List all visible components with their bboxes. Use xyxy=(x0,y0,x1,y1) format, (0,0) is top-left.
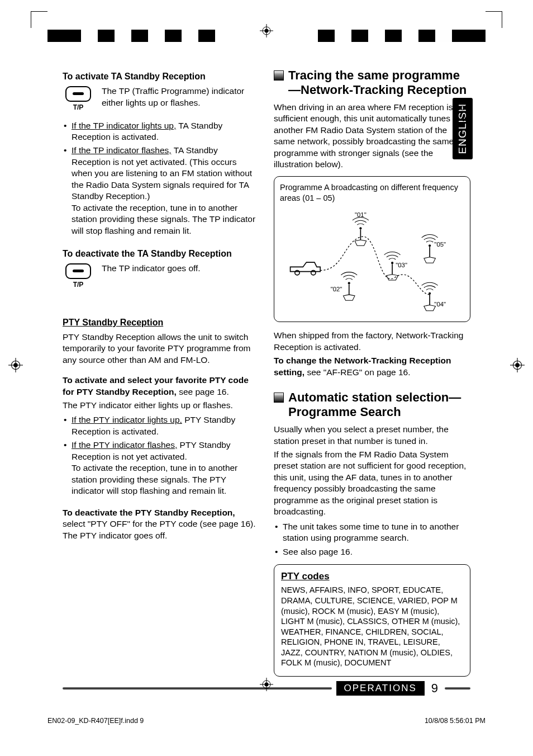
swatch xyxy=(115,30,131,42)
heading-pty-deactivate: To deactivate the PTY Standby Reception,… xyxy=(63,507,258,541)
list-item: If the PTY indicator lights up, PTY Stan… xyxy=(63,414,258,437)
svg-text:T/P: T/P xyxy=(73,281,84,289)
color-swatches-left xyxy=(47,30,215,41)
footer-timestamp: 10/8/08 5:56:01 PM xyxy=(425,717,486,725)
body-text: PTY Standby Reception allows the unit to… xyxy=(63,332,258,366)
body-text: When shipped from the factory, Network-T… xyxy=(274,330,470,353)
registration-top xyxy=(0,11,533,45)
left-column: To activate TA Standby Reception T/P The… xyxy=(63,67,258,677)
swatch xyxy=(182,30,198,42)
section-heading-tracing: Tracing the same programme—Network-Track… xyxy=(274,68,470,97)
crop-mark xyxy=(31,11,47,28)
tp-button-icon: T/P xyxy=(63,86,95,114)
swatch xyxy=(435,30,452,42)
swatch xyxy=(165,30,182,42)
body-text: If the signals from the FM Radio Data Sy… xyxy=(274,449,470,518)
svg-text:"03": "03" xyxy=(396,262,407,268)
body-text: Usually when you select a preset number,… xyxy=(274,424,470,447)
tp-goes-off: The TP indicator goes off. xyxy=(102,263,258,274)
antenna-diagram-icon: "01""02""03""04""05" xyxy=(280,207,464,313)
crop-mark xyxy=(486,11,502,28)
heading-pty-activate: To activate and select your favorite PTY… xyxy=(63,375,258,398)
swatch xyxy=(47,30,64,42)
pty-codes-callout: PTY codes NEWS, AFFAIRS, INFO, SPORT, ED… xyxy=(274,564,470,677)
body-text: The PTY indicator either lights up or fl… xyxy=(63,400,258,411)
swatch xyxy=(81,30,98,42)
heading-pty: PTY Standby Reception xyxy=(63,316,258,328)
swatch xyxy=(335,30,351,42)
registration-mark-icon xyxy=(260,678,273,691)
registration-bottom xyxy=(0,683,533,717)
swatch xyxy=(98,30,115,42)
right-column: Tracing the same programme—Network-Track… xyxy=(274,67,470,677)
svg-text:"04": "04" xyxy=(434,300,446,307)
registration-mark-icon xyxy=(8,358,23,375)
callout-title: PTY codes xyxy=(281,570,463,583)
swatch xyxy=(368,30,385,42)
list-item: The unit takes some time to tune in to a… xyxy=(274,521,470,544)
svg-text:"02": "02" xyxy=(331,286,342,292)
body-text: To change the Network-Tracking Reception… xyxy=(274,355,470,378)
list-item: See also page 16. xyxy=(274,546,470,557)
swatch xyxy=(198,30,215,42)
footer-meta: EN02-09_KD-R407[EE]f.indd 9 10/8/08 5:56… xyxy=(47,717,486,725)
svg-rect-16 xyxy=(73,270,84,272)
section-bullet-icon xyxy=(274,393,284,403)
swatch xyxy=(64,30,81,42)
page-content: To activate TA Standby Reception T/P The… xyxy=(63,67,470,677)
swatch xyxy=(318,30,335,42)
section-heading-auto: Automatic station selection—Programme Se… xyxy=(274,390,470,419)
swatch xyxy=(351,30,368,42)
list-item: If the PTY indicator flashes, PTY Standb… xyxy=(63,440,258,497)
swatch xyxy=(469,30,486,42)
svg-text:"01": "01" xyxy=(355,211,367,218)
tp-button-icon: T/P xyxy=(63,263,95,291)
registration-mark-icon xyxy=(260,24,273,37)
list-item: If the TP indicator lights up, TA Standb… xyxy=(63,120,258,143)
swatch xyxy=(402,30,418,42)
color-swatches-right xyxy=(318,30,486,41)
swatch xyxy=(385,30,402,42)
svg-text:"05": "05" xyxy=(434,241,446,248)
tp-description: The TP (Traffic Programme) indicator eit… xyxy=(102,86,258,108)
registration-mark-icon xyxy=(510,358,525,375)
diagram-caption: Programme A broadcasting on different fr… xyxy=(280,182,464,204)
heading-activate-ta: To activate TA Standby Reception xyxy=(63,70,258,82)
list-item: If the TP indicator flashes, TA Standby … xyxy=(63,145,258,237)
callout-body: NEWS, AFFAIRS, INFO, SPORT, EDUCATE, DRA… xyxy=(281,585,463,668)
swatch xyxy=(148,30,165,42)
body-text: When driving in an area where FM recepti… xyxy=(274,102,470,171)
svg-rect-13 xyxy=(73,92,84,95)
svg-text:T/P: T/P xyxy=(73,103,84,111)
swatch xyxy=(131,30,148,42)
svg-point-19 xyxy=(311,270,316,275)
swatch xyxy=(418,30,435,42)
swatch xyxy=(452,30,469,42)
heading-deactivate-ta: To deactivate the TA Standby Reception xyxy=(63,248,258,259)
section-bullet-icon xyxy=(274,70,284,81)
network-tracking-diagram: Programme A broadcasting on different fr… xyxy=(274,176,470,323)
svg-point-18 xyxy=(295,270,299,275)
footer-file: EN02-09_KD-R407[EE]f.indd 9 xyxy=(47,717,144,725)
